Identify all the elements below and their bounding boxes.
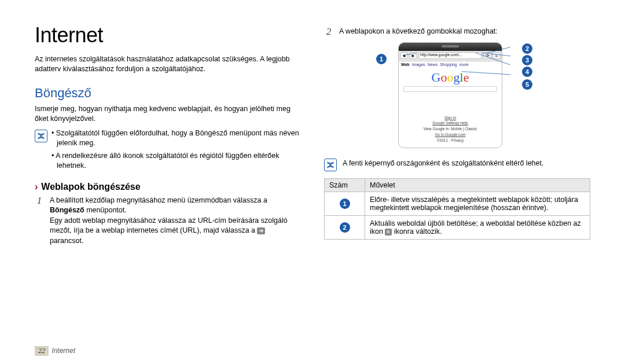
callout-2: 2 [522, 43, 532, 54]
table-row: 1 Előre- illetve visszalépés a megtekint… [325, 192, 590, 216]
row-badge: 1 [340, 198, 350, 209]
page-title: Internet [35, 23, 301, 47]
callout-5: 5 [522, 79, 532, 90]
page-footer: 22 Internet [35, 346, 75, 356]
row-badge: 2 [340, 222, 350, 233]
row-text: Előre- illetve visszalépés a megtekintet… [365, 192, 590, 216]
device-figure: ◄ ► http://www.google.com/... ⟳ ≡ Web Im… [382, 42, 532, 149]
step1-bold: Böngésző [50, 206, 84, 214]
note-bullet-list: Szolgáltatótól függően előfordulhat, hog… [53, 128, 301, 174]
table-row: 2 Aktuális weboldal újbóli betöltése; a … [325, 216, 590, 240]
operations-table: Szám Művelet 1 Előre- illetve visszalépé… [324, 178, 590, 240]
stop-x-icon: ✕ [385, 229, 392, 236]
step2-text: A weblapokon a következő gombokkal mozog… [339, 27, 498, 38]
svg-line-0 [403, 53, 417, 55]
callout-4: 4 [522, 67, 532, 77]
step-1: 1 A beállított kezdőlap megnyitásához me… [35, 196, 301, 247]
note-bullet: A rendelkezésre álló ikonok szolgáltatót… [53, 151, 301, 171]
note-bullet: Szolgáltatótól függően előfordulhat, hog… [53, 128, 301, 149]
svg-line-2 [482, 53, 510, 56]
step-2: 2 A weblapokon a következő gombokkal moz… [324, 27, 590, 38]
footer-section: Internet [52, 347, 75, 355]
go-arrow-icon: ➔ [257, 227, 265, 234]
step1-text-a: A beállított kezdőlap megnyitásához menü… [50, 196, 267, 204]
svg-line-1 [487, 47, 510, 53]
note-box-right: A fenti képernyő országonként és szolgál… [324, 157, 590, 171]
note-icon [35, 130, 47, 142]
col-op-header: Művelet [365, 179, 590, 192]
step1-para2-a: Egy adott weblap megnyitásához válassza … [50, 216, 288, 235]
browser-intro: Ismerje meg, hogyan nyithatja meg kedven… [35, 104, 301, 124]
note-right-text: A fenti képernyő országonként és szolgál… [343, 157, 543, 171]
step1-para2-b: parancsot. [50, 237, 83, 245]
note-box-left: Szolgáltatótól függően előfordulhat, hog… [35, 128, 301, 174]
step-number: 1 [35, 196, 44, 247]
svg-line-3 [476, 53, 510, 65]
row-text: Aktuális weboldal újbóli betöltése; a we… [365, 216, 590, 240]
col-num-header: Szám [325, 179, 365, 192]
callout-lines [382, 42, 532, 149]
callout-1: 1 [376, 54, 387, 64]
page-number: 22 [35, 346, 49, 356]
callout-3: 3 [522, 55, 532, 65]
note-icon [324, 159, 337, 171]
svg-line-4 [462, 71, 510, 74]
subsection-heading: Weblapok böngészése [41, 182, 140, 192]
chevron-icon: › [35, 182, 38, 192]
intro-text: Az internetes szolgáltatások használatáh… [35, 54, 301, 74]
step1-text-b: menüpontot. [84, 206, 127, 214]
section-browser-heading: Böngésző [35, 86, 301, 101]
step-number: 2 [324, 27, 333, 38]
